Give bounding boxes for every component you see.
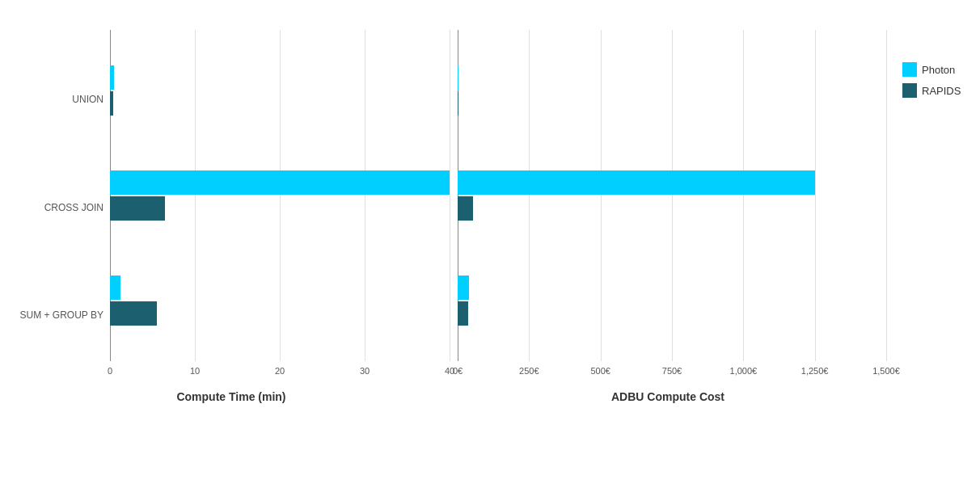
left-chart-title: Compute Time (min) bbox=[176, 390, 285, 403]
y-label-sumgroupby: SUM + GROUP BY bbox=[20, 309, 103, 321]
left-x-axis: 0 10 20 30 40 bbox=[110, 363, 450, 385]
right-bar-row-sumgroupby-photon bbox=[458, 276, 886, 300]
legend-item-photon: Photon bbox=[902, 62, 967, 77]
bar-union-photon bbox=[110, 65, 114, 90]
bar-row-crossjoin-photon bbox=[110, 170, 450, 195]
right-chart-panel: 0€ 250€ 500€ 750€ 1,000€ 1,250€ 1,500€ A… bbox=[450, 30, 886, 403]
left-chart-area: UNION CROSS JOIN SUM + GROUP BY bbox=[13, 30, 450, 385]
legend-item-rapids: RAPIDS bbox=[902, 83, 967, 98]
right-bar-row-crossjoin-photon bbox=[458, 170, 886, 195]
bar-row-crossjoin-rapids bbox=[110, 196, 450, 221]
right-x-tick-0: 0€ bbox=[453, 366, 463, 376]
right-bar-rows bbox=[458, 30, 886, 361]
bar-group-union bbox=[110, 58, 450, 123]
bar-union-rapids bbox=[110, 91, 113, 116]
bar-row-sumgroupby-rapids bbox=[110, 301, 450, 326]
x-tick-20: 20 bbox=[275, 366, 285, 376]
right-bar-row-crossjoin-rapids bbox=[458, 196, 886, 221]
right-x-tick-500: 500€ bbox=[590, 366, 610, 376]
legend-color-rapids bbox=[902, 83, 917, 98]
y-label-crossjoin: CROSS JOIN bbox=[44, 202, 103, 213]
right-bar-row-union-photon bbox=[458, 65, 886, 90]
right-x-tick-1250: 1,250€ bbox=[801, 366, 829, 376]
legend-color-photon bbox=[902, 62, 917, 77]
bar-sumgroupby-photon bbox=[110, 276, 120, 300]
right-bar-row-union-rapids bbox=[458, 91, 886, 116]
legend: Photon RAPIDS bbox=[886, 62, 967, 98]
right-bar-union-rapids bbox=[458, 91, 458, 116]
left-y-axis: UNION CROSS JOIN SUM + GROUP BY bbox=[13, 30, 110, 385]
bar-group-crossjoin bbox=[110, 163, 450, 228]
right-bar-crossjoin-rapids bbox=[458, 196, 473, 221]
legend-label-rapids: RAPIDS bbox=[922, 85, 961, 97]
bar-group-sumgroupby bbox=[110, 268, 450, 333]
chart-container: UNION CROSS JOIN SUM + GROUP BY bbox=[13, 14, 967, 474]
right-bar-group-crossjoin bbox=[458, 163, 886, 228]
right-chart-title: ADBU Compute Cost bbox=[611, 390, 724, 403]
bar-row-union-photon bbox=[110, 65, 450, 90]
right-bar-group-union bbox=[458, 58, 886, 123]
right-chart-area: 0€ 250€ 500€ 750€ 1,000€ 1,250€ 1,500€ bbox=[450, 30, 886, 385]
bar-crossjoin-rapids bbox=[110, 196, 165, 221]
x-tick-10: 10 bbox=[190, 366, 200, 376]
x-tick-30: 30 bbox=[360, 366, 370, 376]
legend-label-photon: Photon bbox=[922, 64, 955, 76]
left-bars-area: 0 10 20 30 40 bbox=[110, 30, 450, 385]
right-x-tick-750: 750€ bbox=[662, 366, 682, 376]
left-bar-rows bbox=[110, 30, 450, 361]
right-bar-crossjoin-photon bbox=[458, 170, 815, 195]
right-bar-group-sumgroupby bbox=[458, 268, 886, 333]
y-label-union: UNION bbox=[72, 94, 103, 105]
bar-row-union-rapids bbox=[110, 91, 450, 116]
right-bar-union-photon bbox=[458, 65, 458, 90]
right-bar-sumgroupby-photon bbox=[458, 276, 469, 300]
left-chart-panel: UNION CROSS JOIN SUM + GROUP BY bbox=[13, 30, 450, 403]
right-bars-area: 0€ 250€ 500€ 750€ 1,000€ 1,250€ 1,500€ bbox=[458, 30, 886, 385]
right-x-tick-1500: 1,500€ bbox=[872, 366, 900, 376]
right-bar-sumgroupby-rapids bbox=[458, 301, 468, 326]
bar-sumgroupby-rapids bbox=[110, 301, 157, 326]
bar-crossjoin-photon bbox=[110, 170, 450, 195]
right-bar-row-sumgroupby-rapids bbox=[458, 301, 886, 326]
right-x-axis: 0€ 250€ 500€ 750€ 1,000€ 1,250€ 1,500€ bbox=[458, 363, 886, 385]
x-tick-0: 0 bbox=[108, 366, 112, 376]
right-x-tick-1000: 1,000€ bbox=[730, 366, 758, 376]
right-x-tick-250: 250€ bbox=[519, 366, 539, 376]
bar-row-sumgroupby-photon bbox=[110, 276, 450, 300]
